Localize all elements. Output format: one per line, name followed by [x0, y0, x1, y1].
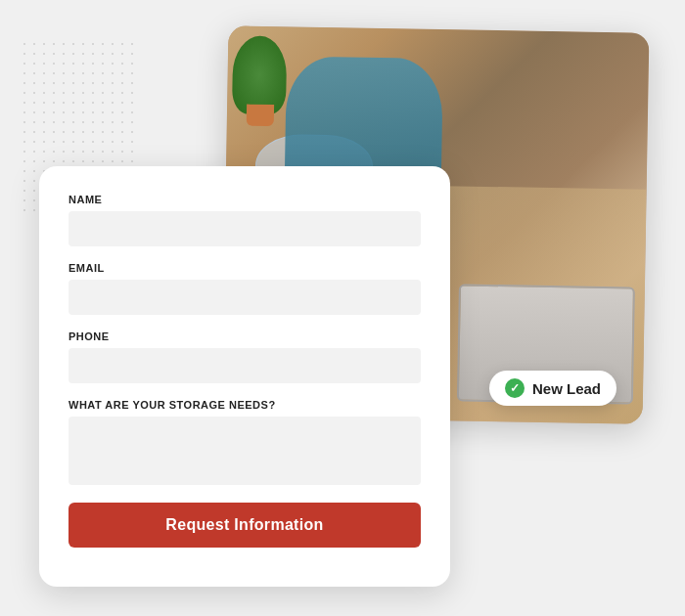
storage-needs-label: WHAT ARE YOUR STORAGE NEEDS?: [68, 399, 421, 411]
storage-needs-input[interactable]: [68, 417, 421, 485]
new-lead-label: New Lead: [532, 380, 601, 397]
phone-field: PHONE: [68, 330, 421, 383]
submit-button[interactable]: Request Information: [68, 503, 421, 548]
name-field: NAME: [68, 194, 421, 246]
storage-needs-field: WHAT ARE YOUR STORAGE NEEDS?: [68, 399, 421, 485]
phone-input[interactable]: [68, 348, 421, 383]
scene: NAME EMAIL PHONE WHAT ARE YOUR STORAGE N…: [39, 29, 646, 587]
name-label: NAME: [68, 194, 421, 205]
new-lead-badge: New Lead: [489, 371, 616, 406]
name-input[interactable]: [68, 211, 421, 246]
check-circle-icon: [505, 378, 525, 398]
plant-pot: [247, 105, 274, 126]
email-field: EMAIL: [68, 262, 421, 315]
form-card: NAME EMAIL PHONE WHAT ARE YOUR STORAGE N…: [39, 166, 450, 587]
phone-label: PHONE: [68, 330, 421, 342]
email-label: EMAIL: [68, 262, 421, 274]
plant-decoration: [232, 35, 287, 114]
email-input[interactable]: [68, 280, 421, 315]
